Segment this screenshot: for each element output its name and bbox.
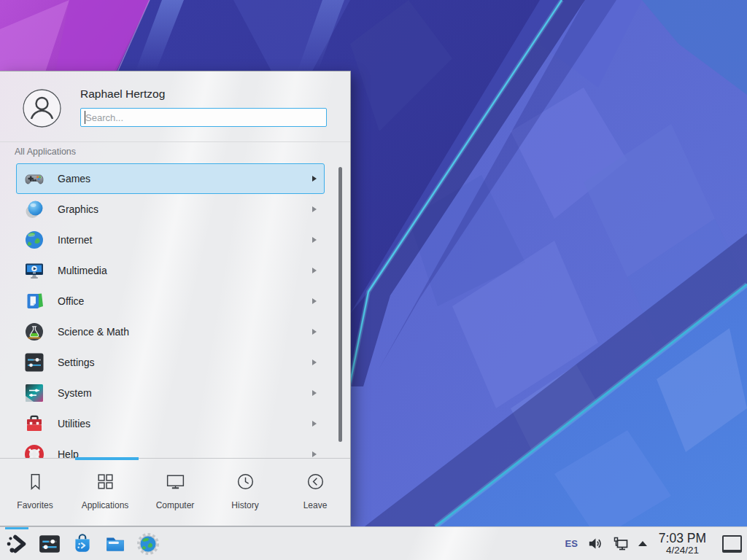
tab-favorites[interactable]: Favorites xyxy=(0,459,70,528)
menu-item-science-math[interactable]: Science & Math xyxy=(16,316,325,347)
gamepad-icon xyxy=(24,168,44,189)
submenu-arrow-icon xyxy=(312,329,317,335)
menu-item-office[interactable]: Office xyxy=(16,286,325,316)
monitor-icon xyxy=(165,471,186,492)
menu-item-help[interactable]: Help xyxy=(16,439,325,458)
menu-item-internet[interactable]: Internet xyxy=(16,225,325,255)
desktop: Raphael Hertzog All Applications xyxy=(0,0,747,560)
submenu-arrow-icon xyxy=(312,298,317,304)
text-caret xyxy=(85,111,85,124)
menu-item-label: Science & Math xyxy=(58,326,129,338)
show-desktop-button[interactable] xyxy=(722,535,742,553)
digital-clock[interactable]: 7:03 PM 4/24/21 xyxy=(659,532,706,556)
menu-item-label: System xyxy=(58,387,92,399)
tab-history[interactable]: History xyxy=(210,459,280,528)
menu-item-graphics[interactable]: Graphics xyxy=(16,194,325,225)
menu-item-label: Utilities xyxy=(58,418,90,429)
active-tab-indicator xyxy=(75,457,139,460)
menu-item-label: Multimedia xyxy=(58,265,107,276)
keyboard-layout-indicator[interactable]: ES xyxy=(565,538,577,549)
menu-item-label: Graphics xyxy=(58,203,98,215)
search-input[interactable] xyxy=(80,108,327,127)
folder-icon[interactable] xyxy=(104,532,127,556)
tab-label: History xyxy=(231,500,258,510)
menu-item-label: Settings xyxy=(58,357,95,368)
menu-tab-bar: Favorites Applications Computer xyxy=(0,458,350,528)
taskbar: ES 7:03 PM 4/24/21 xyxy=(0,526,747,560)
menu-item-label: Internet xyxy=(58,234,92,246)
network-icon[interactable] xyxy=(612,535,630,553)
submenu-arrow-icon xyxy=(312,421,317,427)
tab-computer[interactable]: Computer xyxy=(140,459,210,528)
submenu-arrow-icon xyxy=(312,176,317,182)
menu-item-label: Games xyxy=(58,173,90,184)
media-screen-icon xyxy=(24,260,44,281)
tab-label: Leave xyxy=(303,500,328,510)
submenu-arrow-icon xyxy=(312,237,317,243)
menu-item-system[interactable]: System xyxy=(16,378,325,408)
launcher-active-indicator xyxy=(5,527,28,529)
globe-icon xyxy=(24,230,44,250)
header-divider xyxy=(0,141,350,142)
system-settings-icon[interactable] xyxy=(38,532,61,556)
tab-label: Favorites xyxy=(17,500,53,510)
expand-tray-arrow[interactable] xyxy=(638,541,647,546)
user-name: Raphael Hertzog xyxy=(80,88,165,101)
toolbox-icon xyxy=(24,413,44,434)
system-sliders-icon xyxy=(24,383,44,403)
menu-item-utilities[interactable]: Utilities xyxy=(16,408,325,439)
submenu-arrow-icon xyxy=(312,268,317,273)
user-avatar[interactable] xyxy=(23,89,61,128)
tab-leave[interactable]: Leave xyxy=(280,459,350,528)
globe-gear-icon[interactable] xyxy=(136,532,160,556)
discover-bag-icon[interactable] xyxy=(71,532,94,556)
volume-icon[interactable] xyxy=(587,535,603,552)
submenu-arrow-icon xyxy=(312,206,317,212)
bookmark-icon xyxy=(25,471,46,492)
documents-icon xyxy=(24,291,44,311)
tab-label: Applications xyxy=(82,500,129,510)
application-category-list: Games Graphics xyxy=(0,163,350,458)
menu-item-settings[interactable]: Settings xyxy=(16,347,325,378)
clock-date: 4/24/21 xyxy=(666,545,699,556)
sphere-icon xyxy=(24,199,44,219)
submenu-arrow-icon xyxy=(312,451,317,457)
sliders-icon xyxy=(24,352,44,373)
submenu-arrow-icon xyxy=(312,359,317,365)
system-tray: ES 7:03 PM 4/24/21 xyxy=(565,532,742,556)
menu-item-multimedia[interactable]: Multimedia xyxy=(16,255,325,286)
submenu-arrow-icon xyxy=(312,390,317,396)
section-label: All Applications xyxy=(15,147,76,157)
menu-item-games[interactable]: Games xyxy=(16,163,325,194)
clock-icon xyxy=(235,471,256,492)
tab-label: Computer xyxy=(156,500,195,510)
application-launcher-menu: Raphael Hertzog All Applications xyxy=(0,71,351,526)
menu-item-label: Office xyxy=(58,295,84,307)
grid-icon xyxy=(95,471,116,492)
tab-applications[interactable]: Applications xyxy=(70,459,140,528)
clock-time: 7:03 PM xyxy=(659,532,706,545)
app-launcher-icon[interactable] xyxy=(5,532,28,556)
lifebuoy-icon xyxy=(24,444,44,458)
leave-icon xyxy=(305,471,326,492)
list-scrollbar[interactable] xyxy=(338,167,342,442)
flask-icon xyxy=(24,322,44,342)
